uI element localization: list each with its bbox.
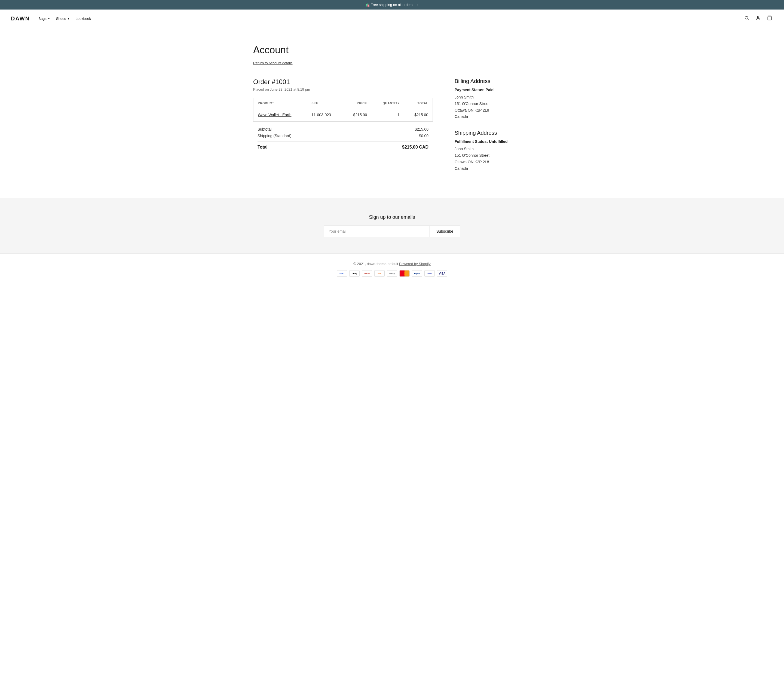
header-left: DAWN Bags ▾ Shoes ▾ Lookbook xyxy=(11,16,91,22)
svg-line-1 xyxy=(748,19,748,20)
subtotal-label: Subtotal xyxy=(258,127,271,131)
subtotal-value: $215.00 xyxy=(415,127,428,131)
shipping-section: Shipping Address Fulfillment Status: Unf… xyxy=(454,130,531,172)
cart-button[interactable] xyxy=(766,14,773,23)
total-label: Total xyxy=(258,145,268,150)
total-row: Total $215.00 CAD xyxy=(258,141,428,151)
shipping-name: John Smith xyxy=(454,146,531,152)
billing-heading: Billing Address xyxy=(454,78,531,84)
order-main: Order #1001 Placed on June 23, 2021 at 8… xyxy=(253,78,433,155)
main-nav: Bags ▾ Shoes ▾ Lookbook xyxy=(38,17,91,21)
back-link[interactable]: Return to Account details xyxy=(253,61,292,65)
chevron-down-icon: ▾ xyxy=(68,17,69,20)
fulfillment-status-label: Fulfillment Status: xyxy=(454,139,488,144)
total-cell: $215.00 xyxy=(404,108,432,122)
table-row: Wave Wallet - Earth 11-003-023 $215.00 1… xyxy=(254,108,433,122)
mastercard-icon xyxy=(400,270,409,276)
payment-discover: DISC xyxy=(374,270,385,277)
cart-icon xyxy=(767,16,772,20)
account-icon xyxy=(756,16,761,20)
subtotal-row: Subtotal $215.00 xyxy=(258,126,428,132)
svg-point-0 xyxy=(745,16,748,19)
payment-amex: AMEX xyxy=(337,270,347,277)
order-date: Placed on June 23, 2021 at 8:19 pm xyxy=(253,87,433,92)
shipping-row: Shipping (Standard) $0.00 xyxy=(258,132,428,139)
fulfillment-status-value: Unfulfilled xyxy=(489,139,507,144)
col-price: PRICE xyxy=(343,98,372,108)
payment-diners: DINERS xyxy=(362,270,372,277)
announcement-link[interactable]: 🛍️ Free shipping on all orders! → xyxy=(365,3,419,7)
email-form: Subscribe xyxy=(324,225,460,237)
payment-visa: VISA xyxy=(437,270,447,277)
nav-bags[interactable]: Bags ▾ xyxy=(38,17,50,21)
payment-icons: AMEX  Pay DINERS DISC GPay PayPal SHOP … xyxy=(11,270,773,277)
svg-point-2 xyxy=(757,16,759,18)
billing-address: John Smith 151 O'Connor Street Ottawa ON… xyxy=(454,94,531,120)
order-title: Order #1001 xyxy=(253,78,433,86)
col-quantity: QUANTITY xyxy=(371,98,404,108)
total-value: $215.00 CAD xyxy=(402,145,428,150)
product-cell: Wave Wallet - Earth xyxy=(254,108,307,122)
payment-status-label: Payment Status: xyxy=(454,88,485,92)
payment-paypal: PayPal xyxy=(412,270,422,277)
shipping-country: Canada xyxy=(454,165,531,172)
nav-lookbook[interactable]: Lookbook xyxy=(76,17,91,21)
shipping-street: 151 O'Connor Street xyxy=(454,152,531,159)
col-total: TOTAL xyxy=(404,98,432,108)
nav-shoes[interactable]: Shoes ▾ xyxy=(56,17,69,21)
search-button[interactable] xyxy=(743,14,750,23)
shipping-city-state: Ottawa ON K2P 2L8 xyxy=(454,159,531,165)
payment-applepay:  Pay xyxy=(349,270,359,277)
search-icon xyxy=(744,16,749,20)
chevron-down-icon: ▾ xyxy=(48,17,50,20)
powered-by-link[interactable]: Powered by Shopify xyxy=(399,262,431,266)
fulfillment-status: Fulfillment Status: Unfulfilled xyxy=(454,139,531,144)
shipping-heading: Shipping Address xyxy=(454,130,531,136)
email-input[interactable] xyxy=(324,225,429,237)
site-logo[interactable]: DAWN xyxy=(11,16,30,22)
shipping-label: Shipping (Standard) xyxy=(258,134,292,138)
account-button[interactable] xyxy=(754,14,762,23)
payment-status: Payment Status: Paid xyxy=(454,88,531,92)
totals-section: Subtotal $215.00 Shipping (Standard) $0.… xyxy=(253,122,433,155)
product-link[interactable]: Wave Wallet - Earth xyxy=(258,113,291,117)
payment-gpay: GPay xyxy=(387,270,397,277)
shipping-value: $0.00 xyxy=(419,134,428,138)
signup-title: Sign up to our emails xyxy=(11,214,773,220)
footer-copyright: © 2021, dawn-theme-default Powered by Sh… xyxy=(11,262,773,266)
announcement-bar: 🛍️ Free shipping on all orders! → xyxy=(0,0,784,9)
shipping-address: John Smith 151 O'Connor Street Ottawa ON… xyxy=(454,146,531,172)
footer-bottom: © 2021, dawn-theme-default Powered by Sh… xyxy=(0,253,784,285)
announcement-arrow: → xyxy=(415,3,419,7)
page-title: Account xyxy=(253,44,531,56)
col-product: PRODUCT xyxy=(254,98,307,108)
table-header-row: PRODUCT SKU PRICE QUANTITY TOTAL xyxy=(254,98,433,108)
billing-country: Canada xyxy=(454,113,531,120)
quantity-cell: 1 xyxy=(371,108,404,122)
order-section: Order #1001 Placed on June 23, 2021 at 8… xyxy=(253,78,531,182)
billing-city-state: Ottawa ON K2P 2L8 xyxy=(454,107,531,114)
announcement-text: 🛍️ Free shipping on all orders! xyxy=(365,3,414,7)
billing-street: 151 O'Connor Street xyxy=(454,101,531,107)
footer-signup: Sign up to our emails Subscribe xyxy=(0,198,784,253)
payment-status-value: Paid xyxy=(485,88,494,92)
payment-mastercard xyxy=(399,270,410,277)
payment-shopify: SHOP xyxy=(425,270,435,277)
price-cell: $215.00 xyxy=(343,108,372,122)
main-content: Account Return to Account details Order … xyxy=(242,28,542,198)
order-table: PRODUCT SKU PRICE QUANTITY TOTAL Wave Wa… xyxy=(253,98,433,122)
col-sku: SKU xyxy=(307,98,343,108)
subscribe-button[interactable]: Subscribe xyxy=(429,225,460,237)
billing-section: Billing Address Payment Status: Paid Joh… xyxy=(454,78,531,120)
site-header: DAWN Bags ▾ Shoes ▾ Lookbook xyxy=(0,9,784,28)
sku-cell: 11-003-023 xyxy=(307,108,343,122)
billing-name: John Smith xyxy=(454,94,531,101)
order-sidebar: Billing Address Payment Status: Paid Joh… xyxy=(454,78,531,182)
header-icons xyxy=(743,14,773,23)
